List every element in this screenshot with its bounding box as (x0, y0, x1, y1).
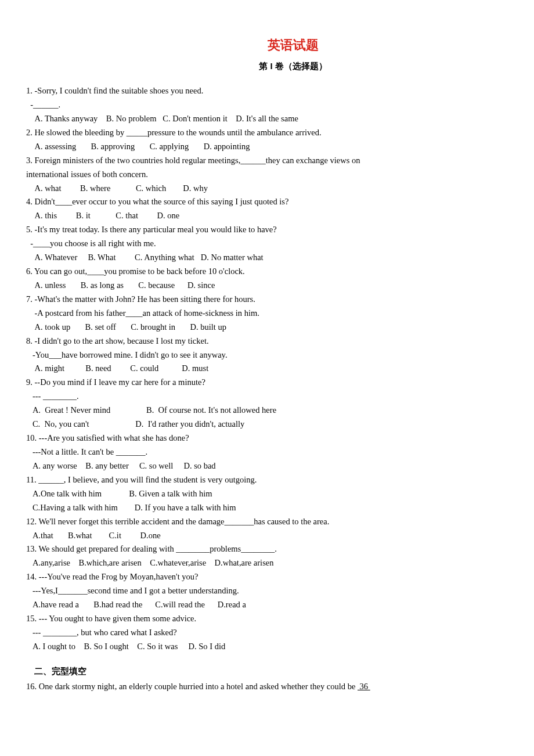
page-subtitle: 第 I 卷（选择题） (26, 59, 534, 74)
question-11: 11. ______, I believe, and you will find… (26, 473, 534, 515)
question-16-text: 16. One dark stormy night, an elderly co… (26, 682, 358, 691)
question-13: 13. We should get prepared for dealing w… (26, 542, 534, 570)
question-15: 15. --- You ought to have given them som… (26, 612, 534, 654)
question-4: 4. Didn't____ever occur to you what the … (26, 195, 534, 223)
question-2: 2. He slowed the bleeding by _____pressu… (26, 126, 534, 154)
question-10: 10. ---Are you satisfied with what she h… (26, 431, 534, 473)
question-12: 12. We'll never forget this terrible acc… (26, 515, 534, 543)
question-16: 16. One dark stormy night, an elderly co… (26, 680, 534, 694)
question-1: 1. -Sorry, I couldn't find the suitable … (26, 84, 534, 126)
question-14: 14. ---You've read the Frog by Moyan,hav… (26, 570, 534, 612)
question-9: 9. --Do you mind if I leave my car here … (26, 376, 534, 431)
page-title: 英语试题 (26, 35, 534, 56)
question-3: 3. Foreign ministers of the two countrie… (26, 154, 534, 196)
section-two-heading: 二、完型填空 (26, 664, 534, 679)
questions-container: 1. -Sorry, I couldn't find the suitable … (26, 84, 534, 654)
question-6: 6. You can go out,____you promise to be … (26, 265, 534, 293)
question-7: 7. -What's the matter with John? He has … (26, 293, 534, 334)
question-8: 8. -I didn't go to the art show, because… (26, 334, 534, 376)
question-5: 5. -It's my treat today. Is there any pa… (26, 223, 534, 265)
question-16-blank: 36 (358, 682, 370, 691)
